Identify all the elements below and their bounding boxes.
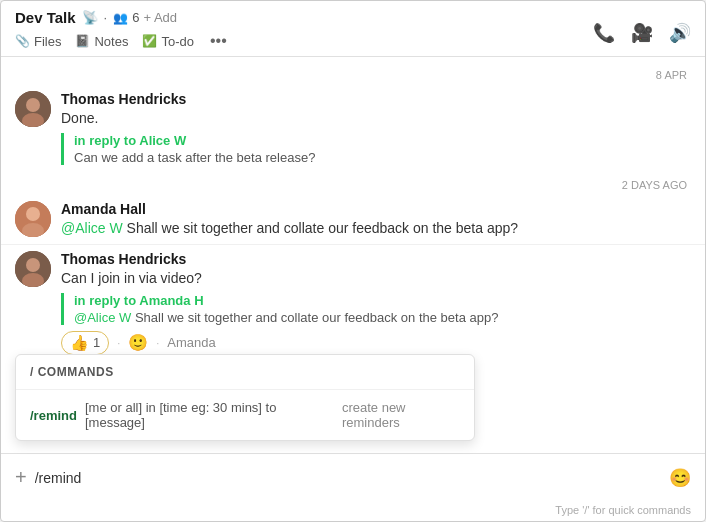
reply-label: in reply to Alice W bbox=[74, 133, 691, 148]
header-actions: 📞 🎥 🔊 bbox=[593, 22, 691, 44]
reply-block: in reply to Alice W Can we add a task af… bbox=[61, 133, 691, 165]
add-reaction-button[interactable]: 🙂 bbox=[128, 333, 148, 352]
header-left: Dev Talk 📡 · 👥 6 + Add 📎 Files 📓 Notes bbox=[15, 9, 229, 56]
message-text: Can I join in via video? bbox=[61, 269, 691, 289]
message-text: Done. bbox=[61, 109, 691, 129]
command-name: /remind bbox=[30, 408, 77, 423]
commands-header: / COMMANDS bbox=[16, 355, 474, 390]
message-body: Thomas Hendricks Can I join in via video… bbox=[61, 251, 691, 355]
table-row: Thomas Hendricks Done. in reply to Alice… bbox=[1, 85, 705, 175]
message-sender: Thomas Hendricks bbox=[61, 91, 691, 107]
reply-text: @Alice W Shall we sit together and colla… bbox=[74, 310, 691, 325]
video-icon[interactable]: 🎥 bbox=[631, 22, 653, 44]
reaction-badge[interactable]: 👍 1 bbox=[61, 331, 109, 355]
commands-popup: / COMMANDS /remind [me or all] in [time … bbox=[15, 354, 475, 441]
message-text-suffix: Shall we sit together and collate our fe… bbox=[127, 220, 519, 236]
members-icon: 👥 bbox=[113, 11, 128, 25]
message-body: Amanda Hall @Alice W Shall we sit togeth… bbox=[61, 201, 691, 239]
avatar bbox=[15, 201, 51, 237]
separator: · bbox=[104, 10, 108, 25]
header: Dev Talk 📡 · 👥 6 + Add 📎 Files 📓 Notes bbox=[1, 1, 705, 57]
message-sender: Thomas Hendricks bbox=[61, 251, 691, 267]
call-icon[interactable]: 📞 bbox=[593, 22, 615, 44]
reaction-author: Amanda bbox=[167, 335, 215, 350]
emoji-picker-button[interactable]: 😊 bbox=[669, 467, 691, 489]
svg-point-7 bbox=[26, 258, 40, 272]
svg-point-4 bbox=[26, 207, 40, 221]
reaction-emoji: 👍 bbox=[70, 334, 89, 352]
footer-hint: Type '/' for quick commands bbox=[1, 501, 705, 521]
nav-notes[interactable]: 📓 Notes bbox=[75, 34, 128, 49]
svg-point-1 bbox=[26, 98, 40, 112]
input-area: + 😊 bbox=[1, 453, 705, 501]
avatar bbox=[15, 251, 51, 287]
message-input[interactable] bbox=[35, 470, 661, 486]
header-top: Dev Talk 📡 · 👥 6 + Add bbox=[15, 9, 229, 26]
audio-icon[interactable]: 🔊 bbox=[669, 22, 691, 44]
separator: · bbox=[156, 337, 159, 349]
todo-icon: ✅ bbox=[142, 34, 157, 48]
channel-icon: 📡 bbox=[82, 10, 98, 25]
header-nav: 📎 Files 📓 Notes ✅ To-do ••• bbox=[15, 26, 229, 56]
nav-files[interactable]: 📎 Files bbox=[15, 34, 61, 49]
message-sender: Amanda Hall bbox=[61, 201, 691, 217]
reaction-count: 1 bbox=[93, 335, 100, 350]
reply-block: in reply to Amanda H @Alice W Shall we s… bbox=[61, 293, 691, 325]
channel-name: Dev Talk bbox=[15, 9, 76, 26]
reaction-row: 👍 1 · 🙂 · Amanda bbox=[61, 331, 691, 355]
nav-todo-label: To-do bbox=[161, 34, 194, 49]
command-remind[interactable]: /remind [me or all] in [time eg: 30 mins… bbox=[16, 390, 474, 440]
files-icon: 📎 bbox=[15, 34, 30, 48]
separator: · bbox=[117, 337, 120, 349]
table-row: Thomas Hendricks Can I join in via video… bbox=[1, 244, 705, 361]
message-text: @Alice W Shall we sit together and colla… bbox=[61, 219, 691, 239]
chat-window: Dev Talk 📡 · 👥 6 + Add 📎 Files 📓 Notes bbox=[0, 0, 706, 522]
add-members-link[interactable]: + Add bbox=[143, 10, 177, 25]
table-row: Amanda Hall @Alice W Shall we sit togeth… bbox=[1, 195, 705, 245]
date-divider-2days: 2 DAYS AGO bbox=[1, 175, 705, 195]
reply-text: Can we add a task after the beta release… bbox=[74, 150, 691, 165]
attach-button[interactable]: + bbox=[15, 466, 27, 489]
command-desc: create new reminders bbox=[342, 400, 460, 430]
mention: @Alice W bbox=[74, 310, 131, 325]
reply-text-rest: Shall we sit together and collate our fe… bbox=[135, 310, 499, 325]
date-divider-8apr: 8 APR bbox=[1, 65, 705, 85]
more-button[interactable]: ••• bbox=[208, 32, 229, 50]
notes-icon: 📓 bbox=[75, 34, 90, 48]
nav-notes-label: Notes bbox=[94, 34, 128, 49]
nav-todo[interactable]: ✅ To-do bbox=[142, 34, 194, 49]
reply-label: in reply to Amanda H bbox=[74, 293, 691, 308]
members-count: 6 bbox=[132, 10, 139, 25]
members-info: 👥 6 + Add bbox=[113, 10, 177, 25]
avatar bbox=[15, 91, 51, 127]
command-syntax: [me or all] in [time eg: 30 mins] to [me… bbox=[85, 400, 326, 430]
nav-files-label: Files bbox=[34, 34, 61, 49]
mention: @Alice W bbox=[61, 220, 123, 236]
message-body: Thomas Hendricks Done. in reply to Alice… bbox=[61, 91, 691, 169]
